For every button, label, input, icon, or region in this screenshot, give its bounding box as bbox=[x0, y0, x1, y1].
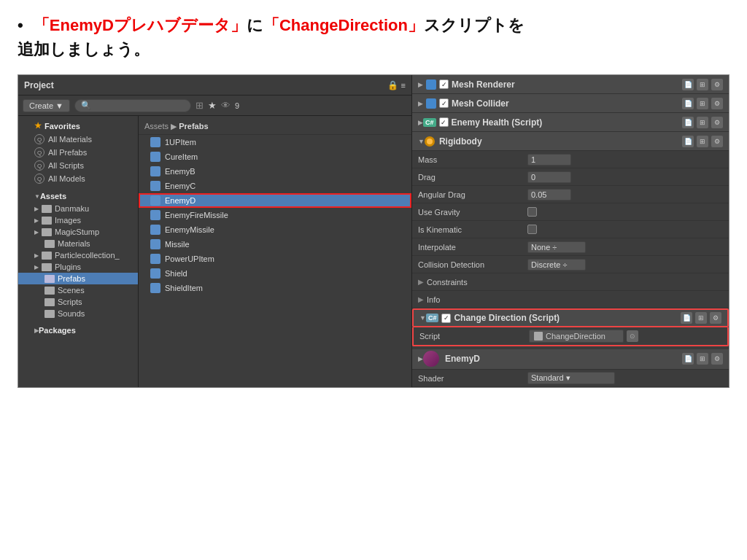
enemyd-highlight: 「EnemyDプレハブデータ」 bbox=[34, 16, 247, 34]
folder-icon bbox=[42, 228, 52, 236]
file-item-enemyc[interactable]: EnemyC bbox=[139, 179, 411, 193]
enemyd-material-icons: 📄 ⊞ ⚙ bbox=[682, 353, 723, 365]
layout-icon[interactable]: ⊞ bbox=[695, 312, 707, 324]
gear-icon[interactable]: ⚙ bbox=[711, 98, 723, 109]
info-row[interactable]: ▶ Info bbox=[412, 291, 729, 308]
constraints-row[interactable]: ▶ Constraints bbox=[412, 273, 729, 291]
gear-icon[interactable]: ⚙ bbox=[710, 312, 721, 324]
assets-label: Assets bbox=[40, 192, 66, 201]
shader-dropdown[interactable]: Standard ▾ bbox=[527, 372, 615, 384]
file-item-shield[interactable]: Shield bbox=[139, 266, 411, 281]
sidebar-item-all-models[interactable]: Q All Models bbox=[18, 172, 138, 185]
mesh-renderer-icon bbox=[426, 79, 436, 90]
file-item-shielditem[interactable]: ShieldItem bbox=[139, 281, 411, 295]
search-small-icon: Q bbox=[34, 134, 44, 144]
doc-icon[interactable]: 📄 bbox=[682, 98, 694, 109]
script-ref[interactable]: ChangeDirection bbox=[529, 330, 624, 343]
folder-icon bbox=[44, 310, 55, 318]
sidebar-item-all-materials[interactable]: Q All Materials bbox=[18, 133, 138, 146]
eye-icon[interactable]: 👁 bbox=[221, 100, 231, 111]
doc-icon[interactable]: 📄 bbox=[682, 79, 694, 90]
is-kinematic-checkbox[interactable] bbox=[527, 225, 537, 234]
use-gravity-checkbox[interactable] bbox=[527, 207, 537, 217]
script-pick-icon[interactable]: ⊙ bbox=[627, 330, 638, 342]
rigidbody-title: Rigidbody bbox=[439, 136, 482, 147]
rigidbody-icons: 📄 ⊞ ⚙ bbox=[682, 136, 723, 147]
file-item-enemyb[interactable]: EnemyB bbox=[139, 164, 411, 179]
prefab-icon bbox=[150, 254, 160, 264]
sidebar-item-magicstump[interactable]: ▶ MagicStump bbox=[18, 226, 138, 238]
rigidbody-angulardrag-row: Angular Drag 0.05 bbox=[412, 186, 729, 203]
cs-badge: C# bbox=[426, 314, 439, 322]
layout-icon[interactable]: ⊞ bbox=[697, 117, 708, 128]
drag-value[interactable]: 0 bbox=[527, 171, 571, 183]
doc-icon[interactable]: 📄 bbox=[682, 117, 694, 128]
rigidbody-interpolate-row: Interpolate None ÷ bbox=[412, 238, 729, 256]
mass-value[interactable]: 1 bbox=[527, 154, 571, 166]
file-item-powerupitem[interactable]: PowerUPItem bbox=[139, 252, 411, 266]
sidebar-item-all-prefabs[interactable]: Q All Prefabs bbox=[18, 146, 138, 159]
rigidbody-header[interactable]: ▼ Rigidbody 📄 ⊞ ⚙ bbox=[412, 132, 729, 151]
mesh-collider-header[interactable]: ▶ ✓ Mesh Collider 📄 ⊞ ⚙ bbox=[412, 94, 729, 113]
gear-icon[interactable]: ⚙ bbox=[711, 117, 723, 128]
sidebar-item-prefabs[interactable]: Prefabs bbox=[18, 273, 138, 284]
sidebar-label: All Materials bbox=[48, 135, 92, 144]
mesh-renderer-checkbox[interactable]: ✓ bbox=[439, 79, 449, 89]
gear-icon[interactable]: ⚙ bbox=[711, 79, 723, 90]
file-item-missile[interactable]: Missile bbox=[139, 237, 411, 252]
enemy-health-checkbox[interactable]: ✓ bbox=[439, 117, 449, 127]
sidebar-item-materials[interactable]: Materials bbox=[18, 238, 138, 249]
constraints-arrow-icon: ▶ bbox=[418, 278, 424, 286]
is-kinematic-label: Is Kinematic bbox=[418, 225, 527, 234]
file-item-enemyfiremissile[interactable]: EnemyFireMissile bbox=[139, 208, 411, 222]
layout-icon[interactable]: ⊞ bbox=[697, 353, 708, 365]
file-item-1upitem[interactable]: 1UPItem bbox=[139, 135, 411, 149]
filter-icon[interactable]: ⊞ bbox=[196, 100, 204, 111]
count-badge: 9 bbox=[235, 101, 239, 110]
doc-icon[interactable]: 📄 bbox=[681, 312, 692, 324]
project-toolbar: Create ▼ 🔍 ⊞ ★ 👁 9 bbox=[18, 96, 411, 116]
change-direction-script-row: Script ChangeDirection ⊙ bbox=[412, 327, 729, 346]
file-label: EnemyC bbox=[165, 182, 196, 190]
sidebar-item-scenes[interactable]: Scenes bbox=[18, 284, 138, 296]
enemyd-material-icon bbox=[423, 351, 439, 367]
header-text: 「EnemyDプレハブデータ」に「ChangeDirection」スクリプトを追… bbox=[18, 16, 525, 58]
mesh-renderer-icons: 📄 ⊞ ⚙ bbox=[682, 79, 723, 90]
sidebar-item-sounds[interactable]: Sounds bbox=[18, 308, 138, 319]
create-button[interactable]: Create ▼ bbox=[23, 99, 70, 112]
search-input[interactable]: 🔍 bbox=[74, 99, 191, 112]
doc-icon[interactable]: 📄 bbox=[682, 353, 694, 365]
mesh-renderer-header[interactable]: ▶ ✓ Mesh Renderer 📄 ⊞ ⚙ bbox=[412, 75, 729, 94]
sidebar-item-scripts[interactable]: Scripts bbox=[18, 296, 138, 308]
gear-icon[interactable]: ⚙ bbox=[711, 353, 723, 365]
angular-drag-value[interactable]: 0.05 bbox=[527, 189, 571, 201]
layout-icon[interactable]: ⊞ bbox=[697, 98, 708, 109]
folder-label: Images bbox=[55, 216, 81, 225]
enemyd-material-header[interactable]: ▶ EnemyD 📄 ⊞ ⚙ bbox=[412, 349, 729, 370]
file-item-cureitem[interactable]: CureItem bbox=[139, 149, 411, 164]
sidebar-item-danmaku[interactable]: ▶ Danmaku bbox=[18, 203, 138, 214]
collapse-arrow-icon: ▶ bbox=[418, 81, 423, 88]
doc-icon[interactable]: 📄 bbox=[682, 136, 694, 147]
info-arrow-icon: ▶ bbox=[418, 295, 424, 303]
menu-icon: ≡ bbox=[401, 81, 406, 90]
star-icon[interactable]: ★ bbox=[208, 100, 217, 111]
gear-icon[interactable]: ⚙ bbox=[711, 136, 723, 147]
mesh-collider-checkbox[interactable]: ✓ bbox=[439, 98, 449, 108]
packages-section: ▶ Packages bbox=[18, 324, 138, 337]
sidebar-item-plugins[interactable]: ▶ Plugins bbox=[18, 261, 138, 273]
change-direction-header[interactable]: ▼ C# ✓ Change Direction (Script) 📄 ⊞ ⚙ bbox=[412, 308, 729, 327]
change-direction-checkbox[interactable]: ✓ bbox=[441, 314, 451, 323]
panel-icons: 🔒 ≡ bbox=[387, 80, 406, 90]
sidebar-item-particlecollection[interactable]: ▶ Particlecollection_ bbox=[18, 249, 138, 261]
interpolate-dropdown[interactable]: None ÷ bbox=[527, 241, 586, 253]
sidebar-item-images[interactable]: ▶ Images bbox=[18, 214, 138, 226]
search-small-icon: Q bbox=[34, 174, 44, 184]
file-item-enemymissile[interactable]: EnemyMissile bbox=[139, 222, 411, 237]
layout-icon[interactable]: ⊞ bbox=[697, 136, 708, 147]
layout-icon[interactable]: ⊞ bbox=[697, 79, 708, 90]
file-item-enemyd[interactable]: EnemyD bbox=[139, 193, 411, 208]
collision-detection-dropdown[interactable]: Discrete ÷ bbox=[527, 259, 586, 271]
sidebar-item-all-scripts[interactable]: Q All Scripts bbox=[18, 159, 138, 172]
enemy-health-header[interactable]: ▶ C# ✓ Enemy Health (Script) 📄 ⊞ ⚙ bbox=[412, 113, 729, 132]
